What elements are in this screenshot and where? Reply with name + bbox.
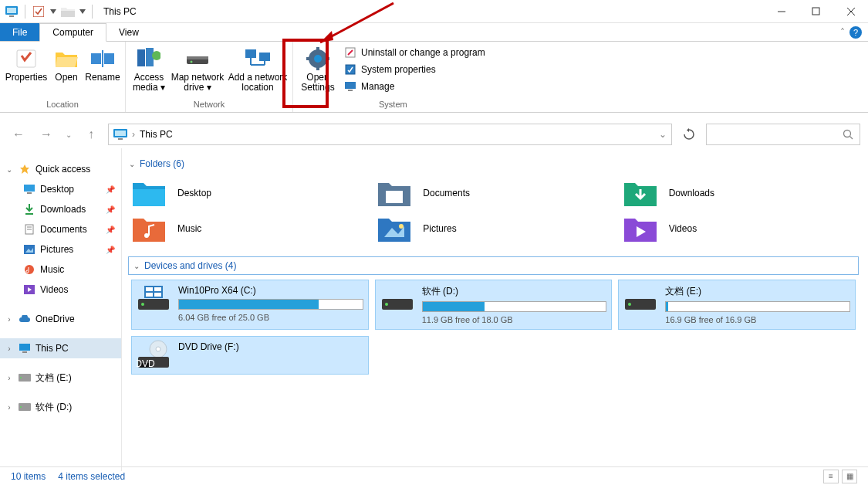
tree-onedrive[interactable]: › OneDrive bbox=[0, 309, 121, 329]
tree-drive-d[interactable]: › 软件 (D:) bbox=[0, 397, 121, 417]
minimize-button[interactable] bbox=[764, 0, 799, 23]
properties-icon bbox=[14, 46, 39, 71]
tree-quick-access[interactable]: ⌄ Quick access bbox=[0, 159, 121, 179]
system-options: Uninstall or change a program System pro… bbox=[341, 45, 488, 98]
qat-checkbox-icon[interactable] bbox=[30, 3, 47, 20]
drive-e[interactable]: 文档 (E:) 16.9 GB free of 16.9 GB bbox=[618, 280, 856, 330]
svg-rect-59 bbox=[133, 189, 165, 206]
qat-dropdown-2-icon[interactable] bbox=[78, 3, 87, 20]
status-bar: 10 items 4 items selected ≡ ▦ bbox=[0, 466, 868, 485]
manage-button[interactable]: Manage bbox=[344, 80, 485, 93]
open-button[interactable]: Open bbox=[51, 45, 82, 98]
refresh-button[interactable] bbox=[678, 124, 700, 145]
drive-icon bbox=[19, 401, 31, 413]
forward-button[interactable]: → bbox=[35, 124, 57, 145]
svg-point-56 bbox=[20, 377, 22, 378]
tree-desktop[interactable]: Desktop 📌 bbox=[0, 179, 121, 199]
desktop-icon bbox=[23, 183, 35, 195]
open-settings-button[interactable]: Open Settings bbox=[298, 45, 338, 98]
up-button[interactable]: ↑ bbox=[80, 124, 102, 145]
address-dropdown-icon[interactable]: ⌄ bbox=[659, 129, 667, 140]
add-network-icon bbox=[245, 46, 270, 71]
ribbon-group-network: Access media ▾ Map network drive ▾ Add a… bbox=[126, 42, 293, 112]
chevron-right-icon[interactable]: › bbox=[5, 344, 14, 353]
svg-rect-10 bbox=[104, 53, 114, 64]
svg-line-40 bbox=[850, 137, 853, 140]
uninstall-icon bbox=[344, 46, 356, 59]
folder-icon[interactable] bbox=[59, 3, 76, 20]
videos-icon bbox=[23, 283, 35, 296]
map-network-drive-button[interactable]: Map network drive ▾ bbox=[171, 45, 225, 98]
back-button[interactable]: ← bbox=[8, 124, 29, 145]
system-props-icon bbox=[344, 63, 356, 76]
documents-folder-icon bbox=[378, 179, 410, 207]
close-button[interactable] bbox=[833, 0, 868, 23]
status-item-count: 10 items bbox=[11, 471, 46, 482]
maximize-button[interactable] bbox=[799, 0, 833, 23]
tree-pictures[interactable]: Pictures 📌 bbox=[0, 239, 121, 259]
recent-dropdown[interactable]: ⌄ bbox=[63, 124, 74, 145]
tree-documents[interactable]: Documents 📌 bbox=[0, 219, 121, 239]
window-controls bbox=[764, 0, 868, 23]
uninstall-program-button[interactable]: Uninstall or change a program bbox=[344, 46, 485, 59]
tab-file[interactable]: File bbox=[0, 23, 39, 41]
pictures-folder-icon bbox=[378, 215, 410, 242]
address-bar[interactable]: › This PC ⌄ bbox=[108, 124, 672, 145]
search-input[interactable] bbox=[706, 124, 860, 145]
pin-icon: 📌 bbox=[106, 246, 115, 254]
ribbon-collapse-icon[interactable]: ˄ bbox=[840, 27, 845, 38]
usage-bar bbox=[665, 301, 850, 312]
folders-section-header[interactable]: ⌄ Folders (6) bbox=[128, 154, 859, 173]
chevron-right-icon[interactable]: › bbox=[5, 315, 14, 324]
search-icon bbox=[843, 129, 853, 140]
svg-rect-60 bbox=[386, 191, 403, 203]
this-pc-icon bbox=[19, 342, 31, 354]
tree-drive-e[interactable]: › 文档 (E:) bbox=[0, 368, 121, 388]
folder-pictures[interactable]: Pictures bbox=[378, 215, 608, 242]
drive-d[interactable]: 软件 (D:) 11.9 GB free of 18.0 GB bbox=[375, 280, 613, 330]
drive-dvd[interactable]: DVD DVD Drive (F:) bbox=[131, 336, 369, 375]
view-details-button[interactable]: ≡ bbox=[823, 470, 839, 483]
divider bbox=[25, 5, 25, 19]
tab-view[interactable]: View bbox=[106, 23, 151, 41]
folder-documents[interactable]: Documents bbox=[378, 179, 608, 207]
chevron-right-icon[interactable]: › bbox=[5, 374, 14, 382]
svg-rect-19 bbox=[259, 53, 270, 61]
usage-bar bbox=[422, 301, 607, 312]
tree-videos[interactable]: Videos bbox=[0, 280, 121, 300]
ribbon-tabs: File Computer View ˄ ? bbox=[0, 23, 868, 42]
access-media-button[interactable]: Access media ▾ bbox=[130, 45, 167, 98]
rename-button[interactable]: Rename bbox=[85, 45, 120, 98]
properties-button[interactable]: Properties bbox=[5, 45, 48, 98]
help-icon[interactable]: ? bbox=[849, 26, 862, 39]
this-pc-icon[interactable] bbox=[3, 3, 20, 20]
svg-rect-18 bbox=[245, 49, 256, 58]
qat-dropdown-icon[interactable] bbox=[49, 3, 58, 20]
devices-section-header[interactable]: ⌄ Devices and drives (4) bbox=[128, 256, 859, 275]
star-icon bbox=[19, 163, 31, 175]
network-drive-icon bbox=[185, 46, 210, 71]
chevron-down-icon[interactable]: ⌄ bbox=[5, 165, 14, 174]
svg-marker-41 bbox=[20, 164, 29, 174]
folder-videos[interactable]: Videos bbox=[624, 215, 854, 242]
videos-folder-icon bbox=[624, 215, 657, 242]
tree-music[interactable]: Music bbox=[0, 259, 121, 280]
tree-downloads[interactable]: Downloads 📌 bbox=[0, 199, 121, 219]
svg-rect-54 bbox=[22, 351, 27, 353]
system-properties-button[interactable]: System properties bbox=[344, 63, 485, 76]
chevron-right-icon[interactable]: › bbox=[5, 403, 14, 412]
tree-this-pc[interactable]: › This PC bbox=[0, 338, 121, 358]
folder-downloads[interactable]: Downloads bbox=[624, 179, 854, 207]
drive-icon bbox=[19, 371, 31, 384]
folder-music[interactable]: Music bbox=[133, 215, 363, 242]
svg-point-58 bbox=[20, 406, 22, 408]
drive-c[interactable]: Win10Pro X64 (C:) 6.04 GB free of 25.0 G… bbox=[131, 280, 369, 330]
tab-computer[interactable]: Computer bbox=[39, 23, 106, 42]
drives-grid: Win10Pro X64 (C:) 6.04 GB free of 25.0 G… bbox=[128, 275, 859, 379]
folder-desktop[interactable]: Desktop bbox=[133, 179, 363, 207]
title-bar: This PC bbox=[0, 0, 868, 23]
view-icons-button[interactable]: ▦ bbox=[842, 470, 857, 483]
svg-rect-36 bbox=[115, 131, 126, 136]
add-network-location-button[interactable]: Add a network location bbox=[228, 45, 288, 98]
open-folder-icon bbox=[54, 46, 79, 71]
